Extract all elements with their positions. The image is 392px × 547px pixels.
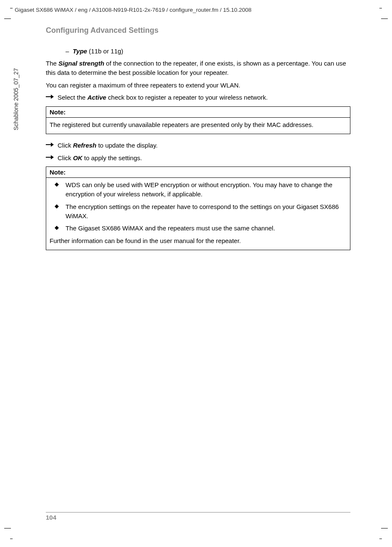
crop-mark [381, 528, 388, 529]
type-subitem: Type (11b or 11g) [66, 48, 350, 55]
type-suffix: (11b or 11g) [87, 48, 123, 55]
header-path: Gigaset SX686 WiMAX / eng / A31008-N919-… [15, 7, 252, 13]
signal-strength-label: Signal strength [58, 60, 104, 67]
type-label: Type [73, 48, 87, 55]
note-footer: Further information can be found in the … [50, 236, 347, 246]
arrow-icon [46, 94, 54, 99]
crop-mark [4, 528, 11, 529]
note-bullet-2: The encryption settings on the repeater … [50, 202, 347, 221]
page-number: 104 [46, 514, 56, 521]
page-footer-rule [46, 512, 350, 513]
sidebar-template-label: Schablone 2005_07_27 [13, 68, 19, 130]
crop-mark [10, 539, 13, 539]
note-box-1: Note: The registered but currently unava… [46, 106, 350, 134]
ok-label: OK [73, 154, 83, 161]
crop-mark [379, 539, 382, 539]
crop-mark [10, 8, 13, 8]
paragraph-max-repeaters: You can register a maximum of three repe… [46, 81, 350, 90]
note-header: Note: [46, 167, 350, 178]
crop-mark [379, 8, 382, 8]
diamond-icon [55, 204, 59, 209]
step-refresh: Click Refresh to update the display. [46, 141, 350, 150]
note-bullet-1: WDS can only be used with WEP encryption… [50, 180, 347, 199]
active-label: Active [87, 94, 106, 101]
note-body: The registered but currently unavailable… [46, 118, 350, 134]
note-header: Note: [46, 107, 350, 118]
note-box-2: Note: WDS can only be used with WEP encr… [46, 166, 350, 250]
diamond-icon [55, 182, 59, 187]
paragraph-signal-strength: The Signal strength of the connection to… [46, 59, 350, 77]
refresh-label: Refresh [73, 142, 97, 149]
step-ok: Click OK to apply the settings. [46, 153, 350, 163]
arrow-icon [46, 142, 54, 147]
note-bullet-3: The Gigaset SX686 WiMAX and the repeater… [50, 224, 347, 233]
crop-mark [4, 18, 11, 19]
arrow-icon [46, 155, 54, 160]
step-select-active: Select the Active check box to register … [46, 93, 350, 102]
section-heading: Configuring Advanced Settings [46, 26, 350, 35]
diamond-icon [55, 226, 59, 230]
crop-mark [381, 18, 388, 19]
